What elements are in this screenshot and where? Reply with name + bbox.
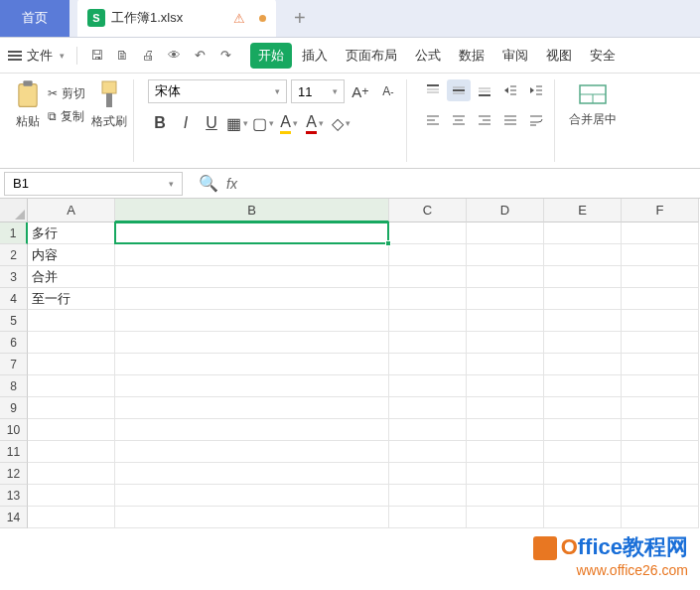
cell-F13[interactable] xyxy=(622,485,699,507)
paste-button[interactable]: 粘贴 xyxy=(14,79,42,130)
align-left-button[interactable] xyxy=(421,109,445,131)
cell-B9[interactable] xyxy=(115,397,389,419)
cell-F7[interactable] xyxy=(622,354,699,375)
undo-icon[interactable]: ↶ xyxy=(191,47,209,65)
row-header-7[interactable]: 7 xyxy=(0,354,28,375)
col-header-F[interactable]: F xyxy=(622,199,699,222)
cell-E5[interactable] xyxy=(544,310,622,332)
row-header-5[interactable]: 5 xyxy=(0,310,28,332)
cell-C10[interactable] xyxy=(389,419,467,441)
file-menu[interactable]: 文件 ▾ xyxy=(8,47,65,65)
cell-A6[interactable] xyxy=(28,332,115,354)
row-header-11[interactable]: 11 xyxy=(0,441,28,463)
cell-D6[interactable] xyxy=(467,332,544,354)
cell-C8[interactable] xyxy=(389,375,467,397)
cell-D7[interactable] xyxy=(467,354,544,375)
decrease-font-button[interactable]: A- xyxy=(376,79,400,103)
cell-A5[interactable] xyxy=(28,310,115,332)
cell-A4[interactable]: 至一行 xyxy=(28,288,115,310)
cell-E9[interactable] xyxy=(544,397,622,419)
save-icon[interactable]: 🖫 xyxy=(87,47,105,65)
select-all-button[interactable] xyxy=(0,199,28,222)
copy-button[interactable]: ⧉ 复制 xyxy=(48,108,85,125)
cell-C4[interactable] xyxy=(389,288,467,310)
cell-A7[interactable] xyxy=(28,354,115,375)
highlight-button[interactable]: A▾ xyxy=(277,111,301,135)
cell-B8[interactable] xyxy=(115,375,389,397)
row-header-4[interactable]: 4 xyxy=(0,288,28,310)
border-button[interactable]: ▦▾ xyxy=(225,111,249,135)
cell-F10[interactable] xyxy=(622,419,699,441)
cell-B14[interactable] xyxy=(115,507,389,528)
col-header-E[interactable]: E xyxy=(544,199,622,222)
cell-E6[interactable] xyxy=(544,332,622,354)
cell-E13[interactable] xyxy=(544,485,622,507)
cell-C14[interactable] xyxy=(389,507,467,528)
ribbon-tab-security[interactable]: 安全 xyxy=(582,43,624,69)
fill-color-button[interactable]: ▢▾ xyxy=(251,111,275,135)
ribbon-tab-review[interactable]: 审阅 xyxy=(494,43,536,69)
cell-C12[interactable] xyxy=(389,463,467,485)
cell-B12[interactable] xyxy=(115,463,389,485)
cell-A9[interactable] xyxy=(28,397,115,419)
cell-D13[interactable] xyxy=(467,485,544,507)
cell-E1[interactable] xyxy=(544,222,622,244)
align-middle-button[interactable] xyxy=(447,79,471,101)
cell-C1[interactable] xyxy=(389,222,467,244)
cell-B3[interactable] xyxy=(115,266,389,288)
cell-C2[interactable] xyxy=(389,244,467,266)
cell-B5[interactable] xyxy=(115,310,389,332)
redo-icon[interactable]: ↷ xyxy=(216,47,234,65)
cell-A8[interactable] xyxy=(28,375,115,397)
col-header-C[interactable]: C xyxy=(389,199,467,222)
cell-F14[interactable] xyxy=(622,507,699,528)
cell-D14[interactable] xyxy=(467,507,544,528)
cell-E12[interactable] xyxy=(544,463,622,485)
cell-D4[interactable] xyxy=(467,288,544,310)
cell-A3[interactable]: 合并 xyxy=(28,266,115,288)
print-preview-icon[interactable]: 👁 xyxy=(165,47,183,65)
row-header-1[interactable]: 1 xyxy=(0,222,28,244)
row-header-10[interactable]: 10 xyxy=(0,419,28,441)
cell-F5[interactable] xyxy=(622,310,699,332)
cell-D8[interactable] xyxy=(467,375,544,397)
cell-D11[interactable] xyxy=(467,441,544,463)
align-bottom-button[interactable] xyxy=(473,79,496,101)
ribbon-tab-data[interactable]: 数据 xyxy=(451,43,492,69)
print-icon[interactable]: 🖨 xyxy=(139,47,157,65)
align-right-button[interactable] xyxy=(473,109,496,131)
cell-C5[interactable] xyxy=(389,310,467,332)
row-header-12[interactable]: 12 xyxy=(0,463,28,485)
cell-D10[interactable] xyxy=(467,419,544,441)
merge-center-button[interactable]: 合并居中 xyxy=(569,79,617,128)
align-center-button[interactable] xyxy=(447,109,471,131)
italic-button[interactable]: I xyxy=(174,111,198,135)
cell-A2[interactable]: 内容 xyxy=(28,244,115,266)
cell-D2[interactable] xyxy=(467,244,544,266)
cell-B7[interactable] xyxy=(115,354,389,375)
cell-E2[interactable] xyxy=(544,244,622,266)
cell-F11[interactable] xyxy=(622,441,699,463)
cell-B1[interactable] xyxy=(115,222,389,244)
ribbon-tab-formula[interactable]: 公式 xyxy=(407,43,449,69)
align-justify-button[interactable] xyxy=(498,109,522,131)
zoom-icon[interactable]: 🔍 xyxy=(199,174,218,193)
cell-B13[interactable] xyxy=(115,485,389,507)
cell-B11[interactable] xyxy=(115,441,389,463)
col-header-B[interactable]: B xyxy=(115,199,389,222)
col-header-D[interactable]: D xyxy=(467,199,544,222)
ribbon-tab-layout[interactable]: 页面布局 xyxy=(338,43,405,69)
cell-D12[interactable] xyxy=(467,463,544,485)
cell-F8[interactable] xyxy=(622,375,699,397)
col-header-A[interactable]: A xyxy=(28,199,115,222)
increase-font-button[interactable]: A+ xyxy=(349,79,372,103)
cell-B2[interactable] xyxy=(115,244,389,266)
cell-E7[interactable] xyxy=(544,354,622,375)
clear-format-button[interactable]: ◇▾ xyxy=(329,111,352,135)
cell-A14[interactable] xyxy=(28,507,115,528)
font-name-select[interactable]: 宋体 ▾ xyxy=(148,79,287,103)
row-header-8[interactable]: 8 xyxy=(0,375,28,397)
cell-A13[interactable] xyxy=(28,485,115,507)
cell-E14[interactable] xyxy=(544,507,622,528)
name-box[interactable]: B1 ▾ xyxy=(4,172,183,196)
